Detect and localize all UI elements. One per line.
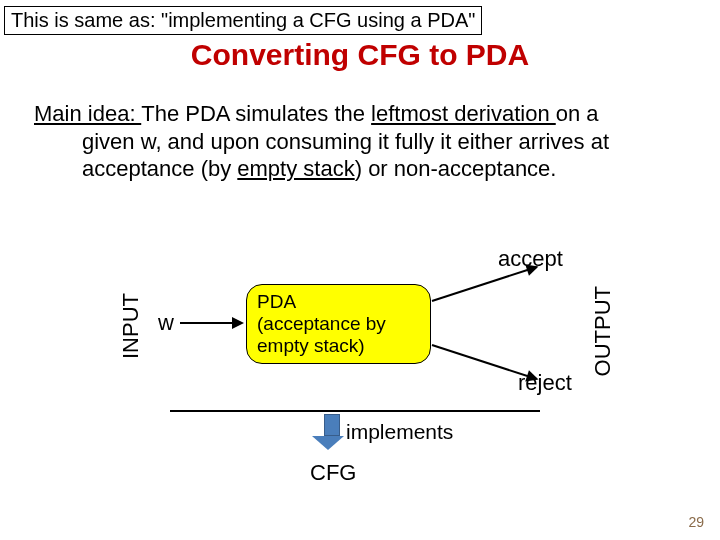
accept-label: accept xyxy=(498,246,563,272)
pda-line1: PDA xyxy=(257,291,420,313)
output-label: OUTPUT xyxy=(590,286,616,376)
idea-u1: leftmost derivation xyxy=(371,101,556,126)
page-number: 29 xyxy=(688,514,704,530)
flow-diagram: INPUT w PDA (acceptance by empty stack) … xyxy=(0,250,720,450)
idea-line2: given w, and upon consuming it fully it … xyxy=(34,128,686,156)
note-box: This is same as: "implementing a CFG usi… xyxy=(4,6,482,35)
note-text: This is same as: "implementing a CFG usi… xyxy=(11,9,475,31)
pda-box: PDA (acceptance by empty stack) xyxy=(246,284,431,364)
pda-line3: empty stack) xyxy=(257,335,420,357)
arrow-w-to-pda xyxy=(180,322,242,324)
cfg-label: CFG xyxy=(310,460,356,486)
down-arrow-icon xyxy=(320,414,344,450)
reject-label: reject xyxy=(518,370,572,396)
slide-title: Converting CFG to PDA xyxy=(0,38,720,72)
main-idea-paragraph: Main idea: The PDA simulates the leftmos… xyxy=(34,100,686,183)
idea-p2: on a xyxy=(556,101,599,126)
idea-line1: Main idea: The PDA simulates the leftmos… xyxy=(34,100,686,128)
pda-line2: (acceptance by xyxy=(257,313,420,335)
idea-line3: acceptance (by empty stack) or non-accep… xyxy=(34,155,686,183)
implements-label: implements xyxy=(346,420,453,444)
input-label: INPUT xyxy=(118,293,144,359)
w-label: w xyxy=(158,310,174,336)
idea-lead: Main idea: xyxy=(34,101,141,126)
idea-l3b: ) or non-acceptance. xyxy=(355,156,557,181)
idea-u2: empty stack xyxy=(237,156,354,181)
idea-l3a: acceptance (by xyxy=(82,156,237,181)
idea-p1: The PDA simulates the xyxy=(141,101,371,126)
divider-line xyxy=(170,410,540,412)
